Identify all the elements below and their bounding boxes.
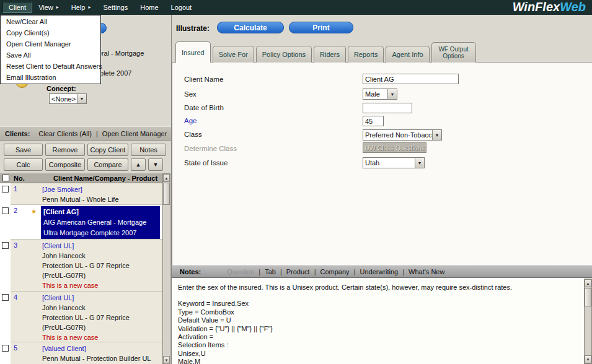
note-line: Male,M <box>178 358 592 364</box>
client-product: Ultra Mortgage Complete 2007 <box>43 228 157 238</box>
client-product-code: (PrcUL-G07R) <box>42 271 130 280</box>
client-name: [Client UL] <box>42 241 130 251</box>
tab-insured[interactable]: Insured <box>175 41 211 63</box>
compare-button[interactable]: Compare <box>87 158 128 171</box>
client-row-1[interactable]: 1 [Joe Smoker] Penn Mutual - Whole Life <box>0 183 162 205</box>
notes-link-underwriting[interactable]: Underwriting <box>360 268 398 275</box>
client-list-scrollbar[interactable]: ▲ ▼ <box>162 173 170 364</box>
copy-client-button[interactable]: Copy Client <box>87 144 128 156</box>
state-of-issue-select[interactable]: Utah ▼ <box>363 157 425 168</box>
concept-select[interactable]: <None> ▼ <box>49 93 87 104</box>
menu-item-logout[interactable]: Logout <box>165 2 198 13</box>
separator: | <box>280 268 282 275</box>
note-line: Default Value = U <box>178 316 592 324</box>
row-text: [Client UL] John Hancock Protection UL -… <box>42 241 130 290</box>
separator: | <box>96 130 98 137</box>
menu-item-home[interactable]: Home <box>134 2 164 13</box>
row-checkbox[interactable] <box>2 345 9 352</box>
row-text: [Valued Client] Penn Mutual - Protection… <box>42 344 151 363</box>
scroll-up-button[interactable]: ▲ <box>163 174 170 182</box>
dropdown-item-reset-client[interactable]: Reset Client to Default Answers <box>1 61 100 72</box>
dropdown-item-new-clear-all[interactable]: New/Clear All <box>1 16 100 27</box>
select-all-checkbox[interactable] <box>2 175 9 181</box>
client-name-field[interactable] <box>363 74 459 84</box>
row-text: [Joe Smoker] Penn Mutual - Whole Life <box>42 184 119 204</box>
selected-client-block: [Client AG] AIG American General - Mortg… <box>41 206 160 239</box>
notes-bar: Notes: Question | Tab | Product | Compan… <box>172 265 592 278</box>
menu-item-view[interactable]: View ▸ <box>32 2 65 13</box>
menu-item-client[interactable]: Client <box>2 2 32 13</box>
class-select[interactable]: Preferred Non-Tobacco ▼ <box>363 129 442 141</box>
notes-link-company[interactable]: Company <box>320 268 350 275</box>
scroll-up-button[interactable]: ▲ <box>585 279 591 287</box>
date-of-birth-field[interactable] <box>363 103 412 113</box>
client-company: AIG American General - Mortgage <box>43 217 157 228</box>
move-down-button[interactable]: ▼ <box>148 158 163 171</box>
logo-web: Web <box>560 0 586 14</box>
calc-button[interactable]: Calc <box>4 158 43 171</box>
scroll-down-button[interactable]: ▼ <box>163 356 170 364</box>
dropdown-item-save-all[interactable]: Save All <box>1 50 100 61</box>
notes-button[interactable]: Notes <box>131 144 166 156</box>
tab-riders[interactable]: Riders <box>314 46 346 63</box>
down-arrow-icon: ▼ <box>165 358 169 362</box>
logo-winflex: WinFlex <box>513 0 560 14</box>
composite-button[interactable]: Composite <box>45 158 85 171</box>
menu-item-settings[interactable]: Settings <box>97 2 134 13</box>
save-button[interactable]: Save <box>4 144 43 156</box>
concept-label: Concept: <box>46 85 76 92</box>
notes-link-question: Question <box>227 268 254 275</box>
client-name: [Joe Smoker] <box>42 184 119 194</box>
note-line: Enter the sex of the insured. This is a … <box>178 284 592 292</box>
scroll-down-button[interactable]: ▼ <box>585 355 591 363</box>
tab-policy-options[interactable]: Policy Options <box>256 46 312 63</box>
age-label: Age <box>184 117 197 124</box>
separator: | <box>402 268 404 275</box>
notes-link-whats-new[interactable]: What's New <box>409 268 444 275</box>
client-row-4[interactable]: 4 [Client UL] John Hancock Protection UL… <box>0 292 162 342</box>
client-product-code: (PrcUL-G07R) <box>42 323 130 332</box>
age-field[interactable] <box>363 116 384 126</box>
note-line: Type = ComboBox <box>178 308 592 316</box>
tab-wf-output-options[interactable]: WF Output Options <box>431 42 476 63</box>
note-line: Keyword = Insured.Sex <box>178 300 592 308</box>
notes-scrollbar[interactable]: ▲ ▼ <box>584 279 592 364</box>
row-checkbox[interactable] <box>2 207 9 214</box>
chevron-down-icon: ▼ <box>387 89 397 99</box>
move-up-button[interactable]: ▲ <box>131 158 146 171</box>
dropdown-item-copy-clients[interactable]: Copy Client(s) <box>1 27 100 38</box>
client-row-2-selected[interactable]: 2 ★ [Client AG] AIG American General - M… <box>0 205 162 240</box>
row-number: 5 <box>14 344 17 352</box>
header-name: Client Name/Company - Product <box>53 175 157 182</box>
tab-solve-for[interactable]: Solve For <box>213 46 254 63</box>
separator: | <box>354 268 356 275</box>
notes-link-product[interactable]: Product <box>286 268 310 275</box>
dropdown-item-email-illustration[interactable]: Email Illustration <box>1 72 100 83</box>
calculate-button[interactable]: Calculate <box>217 22 284 33</box>
sex-select-value: Male <box>365 90 387 98</box>
sex-select[interactable]: Male ▼ <box>363 89 397 100</box>
concept-select-value: <None> <box>51 95 77 103</box>
row-checkbox[interactable] <box>2 294 9 301</box>
scroll-thumb[interactable] <box>163 183 170 205</box>
tab-agent-info[interactable]: Agent Info <box>386 46 429 63</box>
menu-item-help[interactable]: Help ▸ <box>65 2 97 13</box>
tab-reports[interactable]: Reports <box>348 46 384 63</box>
client-product: Protection UL - G 07 Reprice <box>42 313 130 323</box>
row-checkbox[interactable] <box>2 242 9 249</box>
dropdown-item-open-client-manager[interactable]: Open Client Manager <box>1 38 100 50</box>
client-product: Penn Mutual - Whole Life <box>42 194 119 204</box>
open-client-manager-link[interactable]: Open Client Manager <box>102 130 167 137</box>
print-button[interactable]: Print <box>289 22 353 33</box>
row-number: 4 <box>14 293 17 301</box>
scroll-thumb[interactable] <box>585 288 591 306</box>
remove-button[interactable]: Remove <box>45 144 85 156</box>
clear-clients-link[interactable]: Clear Clients (All) <box>38 130 92 137</box>
chevron-down-icon: ▼ <box>77 94 86 103</box>
client-row-5[interactable]: 5 [Valued Client] Penn Mutual - Protecti… <box>0 342 162 364</box>
client-company: John Hancock <box>42 251 130 261</box>
client-row-3[interactable]: 3 [Client UL] John Hancock Protection UL… <box>0 240 162 292</box>
row-checkbox[interactable] <box>2 186 9 193</box>
notes-link-tab[interactable]: Tab <box>265 268 276 275</box>
down-arrow-icon: ▼ <box>153 162 159 168</box>
